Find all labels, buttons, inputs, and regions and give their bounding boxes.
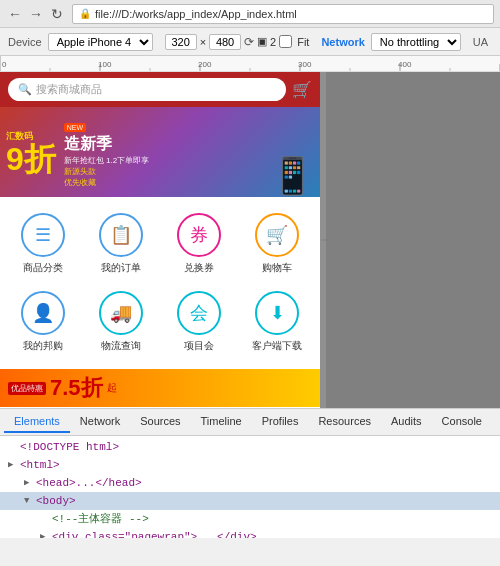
icon-item-mybuy[interactable]: 👤 我的邦购 [4, 283, 82, 361]
device-section: Device Apple iPhone 4 [8, 33, 153, 51]
code-line-comment: <!--主体容器 --> [0, 510, 500, 528]
main-area: 🔍 搜索商城商品 🛒 汇数码 9折 NEW 造新季 新年抢红包 1.2下单即享 … [0, 72, 500, 408]
banner-big-text: 9折 [6, 143, 56, 175]
head-tag: <head>...</head> [36, 475, 142, 491]
mybuy-icon: 👤 [21, 291, 65, 335]
triangle-body: ▼ [24, 493, 34, 509]
fit-checkbox[interactable] [279, 35, 292, 48]
code-line-pagewrap: ▶ <div class="pagewrap">...</div> [0, 528, 500, 538]
category-label: 商品分类 [23, 261, 63, 275]
banner-area: 汇数码 9折 NEW 造新季 新年抢红包 1.2下单即享 新源头款 优先收藏 📱 [0, 107, 320, 197]
width-input[interactable] [165, 34, 197, 50]
banner-redpack: 新年抢红包 1.2下单即享 [64, 155, 149, 166]
banner-first: 优先收藏 [64, 177, 149, 188]
ruler: 0 100 200 300 400 [0, 56, 500, 72]
bottom-promo: 优品特惠 7.5折 起 [0, 369, 320, 407]
search-placeholder: 搜索商城商品 [36, 82, 102, 97]
cart-icon[interactable]: 🛒 [292, 80, 312, 99]
icon-item-cart[interactable]: 🛒 购物车 [238, 205, 316, 283]
triangle-head: ▶ [24, 475, 34, 491]
throttle-selector[interactable]: No throttling [371, 33, 461, 51]
promo-badge: 优品特惠 [8, 382, 46, 395]
tab-profiles[interactable]: Profiles [252, 411, 309, 433]
project-label: 项目会 [184, 339, 214, 353]
tab-resources[interactable]: Resources [308, 411, 381, 433]
rotate-button[interactable]: ⟳ [244, 35, 254, 49]
orders-label: 我的订单 [101, 261, 141, 275]
icon-item-category[interactable]: ☰ 商品分类 [4, 205, 82, 283]
logistics-label: 物流查询 [101, 339, 141, 353]
icons-grid: ☰ 商品分类 📋 我的订单 券 兑换券 🛒 购物车 👤 我的邦购 🚚 [0, 197, 320, 369]
search-input-box[interactable]: 🔍 搜索商城商品 [8, 78, 286, 101]
icon-item-coupon[interactable]: 券 兑换券 [160, 205, 238, 283]
svg-text:200: 200 [198, 60, 212, 69]
banner-new-badge: NEW [64, 123, 86, 132]
zoom-count: ▣ [257, 35, 267, 48]
code-line-doctype: <!DOCTYPE html> [0, 438, 500, 456]
logistics-icon: 🚚 [99, 291, 143, 335]
promo-price: 7.5折 [50, 373, 103, 403]
orders-icon: 📋 [99, 213, 143, 257]
network-tab-label: Network [321, 36, 364, 48]
tab-timeline[interactable]: Timeline [191, 411, 252, 433]
device-label: Device [8, 36, 42, 48]
fit-label: Fit [297, 36, 309, 48]
doctype-text: <!DOCTYPE html> [20, 439, 119, 455]
ua-label: UA [473, 36, 488, 48]
coupon-label: 兑换券 [184, 261, 214, 275]
tab-console[interactable]: Console [432, 411, 492, 433]
ua-section: UA Mozilla/5.0 (iPhone; U; CPU iPhone OS… [473, 36, 492, 48]
svg-text:0: 0 [2, 60, 7, 69]
banner-phone-decoration: 📱 [270, 155, 315, 197]
project-icon: 会 [177, 291, 221, 335]
comment-text: <!--主体容器 --> [52, 511, 149, 527]
banner-content: 汇数码 9折 NEW 造新季 新年抢红包 1.2下单即享 新源头款 优先收藏 📱 [0, 107, 320, 197]
triangle-html: ▶ [8, 457, 18, 473]
icon-item-orders[interactable]: 📋 我的订单 [82, 205, 160, 283]
promo-suffix: 起 [107, 381, 117, 395]
refresh-button[interactable]: ↻ [48, 5, 66, 23]
tab-audits[interactable]: Audits [381, 411, 432, 433]
icon-item-download[interactable]: ⬇ 客户端下载 [238, 283, 316, 361]
ruler-svg: 0 100 200 300 400 [0, 56, 500, 72]
dimension-separator: × [200, 36, 206, 48]
tab-sources[interactable]: Sources [130, 411, 190, 433]
tab-network[interactable]: Network [70, 411, 130, 433]
mybuy-label: 我的邦购 [23, 339, 63, 353]
banner-source: 新源头款 [64, 166, 149, 177]
banner-season-text: 造新季 [64, 134, 149, 155]
code-line-head: ▶ <head>...</head> [0, 474, 500, 492]
gray-area [326, 72, 500, 408]
download-label: 客户端下载 [252, 339, 302, 353]
pagewrap-tag: <div class="pagewrap">...</div> [52, 529, 257, 538]
tab-elements[interactable]: Elements [4, 411, 70, 433]
devtools-tabs: Elements Network Sources Timeline Profil… [0, 408, 500, 436]
cart-icon-grid: 🛒 [255, 213, 299, 257]
code-line-html: ▶ <html> [0, 456, 500, 474]
back-button[interactable]: ← [6, 5, 24, 23]
icon-item-project[interactable]: 会 项目会 [160, 283, 238, 361]
icon-item-logistics[interactable]: 🚚 物流查询 [82, 283, 160, 361]
forward-button[interactable]: → [27, 5, 45, 23]
code-line-body[interactable]: ▼ <body> [0, 492, 500, 510]
devtools-toolbar: Device Apple iPhone 4 × ⟳ ▣ 2 Fit Networ… [0, 28, 500, 56]
address-text: file:///D:/works/app_index/App_index.htm… [95, 8, 297, 20]
address-bar[interactable]: 🔒 file:///D:/works/app_index/App_index.h… [72, 4, 494, 24]
triangle-pagewrap: ▶ [40, 529, 50, 538]
phone-search-bar: 🔍 搜索商城商品 🛒 [0, 72, 320, 107]
nav-buttons: ← → ↻ [6, 5, 66, 23]
html-tag: <html> [20, 457, 60, 473]
dimension-section: × ⟳ ▣ 2 Fit [165, 34, 310, 50]
height-input[interactable] [209, 34, 241, 50]
cart-label: 购物车 [262, 261, 292, 275]
body-tag: <body> [36, 493, 76, 509]
code-panel: <!DOCTYPE html> ▶ <html> ▶ <head>...</he… [0, 436, 500, 538]
category-icon: ☰ [21, 213, 65, 257]
browser-toolbar: ← → ↻ 🔒 file:///D:/works/app_index/App_i… [0, 0, 500, 28]
zoom-value: 2 [270, 36, 276, 48]
device-selector[interactable]: Apple iPhone 4 [48, 33, 153, 51]
svg-text:400: 400 [398, 60, 412, 69]
lock-icon: 🔒 [79, 8, 91, 19]
search-icon: 🔍 [18, 83, 32, 96]
svg-text:100: 100 [98, 60, 112, 69]
